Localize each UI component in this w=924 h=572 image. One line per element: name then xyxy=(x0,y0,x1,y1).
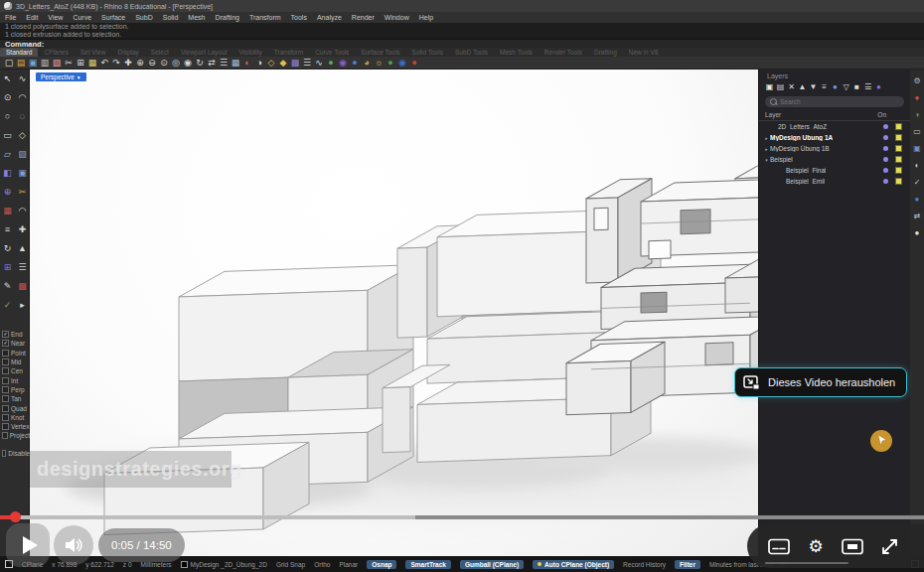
arc-icon[interactable]: ◠ xyxy=(15,88,30,107)
bulb-filter-icon[interactable]: ● xyxy=(830,80,841,93)
web-tab-icon[interactable]: ● xyxy=(910,191,924,208)
osnap-row[interactable]: Mid xyxy=(0,358,30,366)
menu-item[interactable]: Edit xyxy=(21,14,43,21)
help-tab-icon[interactable]: ▣ xyxy=(910,140,924,157)
osnap-row[interactable]: Int xyxy=(0,375,30,384)
move-up-icon[interactable]: ▲ xyxy=(797,80,808,93)
osnap-disable-row[interactable]: Disable xyxy=(0,449,30,458)
expand-all-icon[interactable]: ≡ xyxy=(819,80,830,93)
fullscreen-button[interactable] xyxy=(875,532,903,560)
video-progress-bar[interactable] xyxy=(0,515,924,519)
control-points-icon[interactable]: ⊙ xyxy=(0,88,15,107)
layer-visibility-bulb-icon[interactable] xyxy=(883,179,888,184)
print-icon[interactable]: ▥ xyxy=(39,57,51,70)
status-item[interactable]: SmartTrack xyxy=(405,560,450,569)
status-item[interactable]: Ortho xyxy=(314,561,330,568)
viewport-tab-icon[interactable]: ▭ xyxy=(910,123,924,140)
offset-icon[interactable]: ≡ xyxy=(0,220,15,239)
sphere-filter-icon[interactable]: ● xyxy=(873,80,884,93)
osnap-checkbox[interactable] xyxy=(2,358,9,365)
menu-item[interactable]: File xyxy=(0,14,21,21)
check-tab-icon[interactable]: ✓ xyxy=(910,174,924,191)
status-item[interactable]: Filter xyxy=(675,560,700,569)
menu-item[interactable]: Solid xyxy=(158,14,184,21)
layer-color-swatch[interactable] xyxy=(895,178,902,185)
layer-expand-arrow[interactable]: ▸ xyxy=(763,146,770,152)
menu-item[interactable]: Transform xyxy=(244,14,286,21)
display-green-icon[interactable]: ● xyxy=(385,57,396,70)
loft-icon[interactable]: ▨ xyxy=(15,145,30,164)
menu-item[interactable]: Surface xyxy=(96,14,130,21)
toolbar-tab[interactable]: Render Tools xyxy=(539,48,588,57)
surface-icon[interactable]: ▱ xyxy=(0,145,15,164)
layer-row[interactable]: 2D_Letters_AtoZ xyxy=(759,121,910,132)
redo-icon[interactable]: ↷ xyxy=(110,57,122,70)
filter-icon[interactable]: ▽ xyxy=(841,80,851,93)
osnap-checkbox[interactable] xyxy=(2,395,9,402)
annotate-icon[interactable]: ✎ xyxy=(0,277,15,296)
render-sphere-green-icon[interactable]: ● xyxy=(325,57,337,70)
array-icon[interactable]: ⊞ xyxy=(0,258,15,277)
save-icon[interactable]: ▣ xyxy=(27,57,39,70)
osnap-checkbox[interactable] xyxy=(2,350,9,357)
layers-search[interactable] xyxy=(765,96,904,107)
move-icon[interactable]: ✚ xyxy=(15,220,30,239)
eraser-icon[interactable]: ▧ xyxy=(51,57,63,70)
osnap-checkbox[interactable] xyxy=(2,405,9,412)
sun-icon[interactable]: ☼ xyxy=(373,57,385,70)
notes-tab-icon[interactable]: ● xyxy=(910,224,924,241)
status-item[interactable]: Auto CPlane (Object) xyxy=(533,560,614,569)
settings-button[interactable]: ⚙ xyxy=(802,532,830,560)
osnap-checkbox[interactable] xyxy=(2,432,8,439)
open-folder-icon[interactable]: ▤ xyxy=(15,57,27,70)
osnap-row[interactable]: Project xyxy=(0,431,30,440)
layer-row[interactable]: ▸ MyDesign Übung 1A xyxy=(759,132,910,143)
osnap-disable-checkbox[interactable] xyxy=(2,450,6,457)
layer-color-swatch[interactable] xyxy=(895,167,902,174)
paste-icon[interactable]: ▦ xyxy=(86,57,98,70)
object-properties-icon[interactable]: ☰ xyxy=(301,57,313,70)
flag-icon[interactable]: ▸ xyxy=(15,296,30,315)
menu-item[interactable]: Tools xyxy=(286,14,312,21)
layers-search-input[interactable] xyxy=(780,98,899,105)
dimension-icon[interactable]: ☰ xyxy=(15,258,30,277)
menu-item[interactable]: Curve xyxy=(68,14,96,21)
pan-icon[interactable]: ✚ xyxy=(122,57,134,70)
menu-item[interactable]: Mesh xyxy=(183,14,210,21)
menu-item[interactable]: Window xyxy=(380,14,414,21)
osnap-row[interactable]: End xyxy=(0,330,30,339)
layer-expand-arrow[interactable]: ▾ xyxy=(763,157,770,163)
status-item[interactable]: y 622.712 xyxy=(85,561,114,568)
rotate-view-icon[interactable]: ↻ xyxy=(194,57,206,70)
layer-visibility-bulb-icon[interactable] xyxy=(883,124,888,129)
layer-row[interactable]: Beispiel_Emil xyxy=(759,176,910,187)
layer-visibility-bulb-icon[interactable] xyxy=(883,168,888,173)
viewport-tab-perspective[interactable]: Perspective ▼ xyxy=(36,72,86,81)
osnap-row[interactable]: Vertex xyxy=(0,422,30,431)
mesh-tools-icon[interactable]: ▩ xyxy=(15,277,30,296)
captions-button[interactable] xyxy=(765,532,793,560)
zoom-in-icon[interactable]: ⊕ xyxy=(134,57,146,70)
layer-row[interactable]: ▾ Beispiel xyxy=(759,154,910,165)
cut-icon[interactable]: ✂ xyxy=(63,57,75,70)
layer-row[interactable]: ▸ MyDesign Übung 1B xyxy=(759,143,910,154)
toolbar-tab[interactable]: Mesh Tools xyxy=(494,48,539,57)
status-item[interactable]: Osnap xyxy=(367,560,396,569)
new-sublayer-icon[interactable]: ▤ xyxy=(775,80,786,93)
layer-color-swatch[interactable] xyxy=(895,134,902,141)
layer-expand-arrow[interactable]: ▸ xyxy=(763,135,770,141)
video-playhead[interactable] xyxy=(10,511,21,522)
extrude-icon[interactable]: ◧ xyxy=(0,164,15,183)
new-layer-icon[interactable]: ▣ xyxy=(764,80,775,93)
split-icon[interactable]: ▦ xyxy=(0,202,15,220)
pan-view-icon[interactable]: ⇄ xyxy=(206,57,218,70)
layer-visibility-bulb-icon[interactable] xyxy=(883,157,888,162)
select-arrow-icon[interactable]: ↖ xyxy=(0,70,15,88)
menu-item[interactable]: Render xyxy=(347,14,380,21)
render-sphere-rainbow-icon[interactable]: ◉ xyxy=(337,57,349,70)
layer-state-icon[interactable]: ▩ xyxy=(289,57,301,70)
swatch-icon[interactable]: ■ xyxy=(851,80,862,93)
menu-item[interactable]: SubD xyxy=(130,14,158,21)
layer-color-swatch[interactable] xyxy=(895,156,902,163)
material-ball-icon[interactable]: ◕ xyxy=(361,57,373,70)
